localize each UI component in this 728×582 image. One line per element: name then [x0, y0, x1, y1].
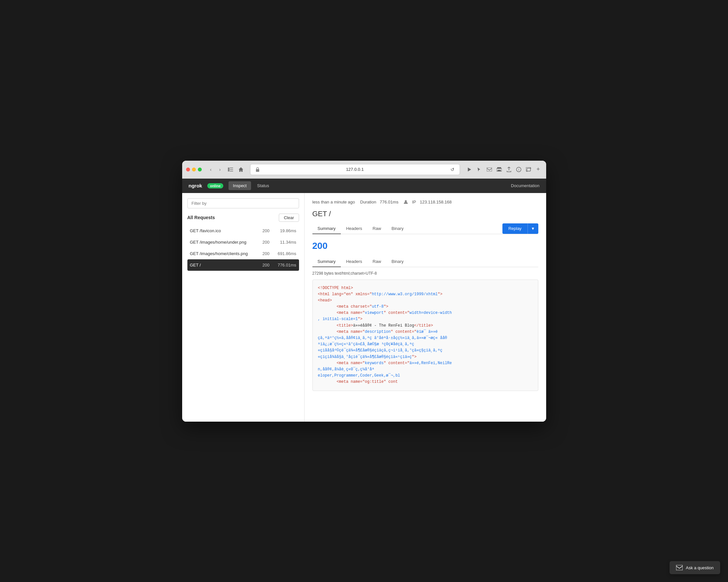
request-item-under-png[interactable]: GET /images/home/under.png 200 11.34ms	[187, 236, 299, 248]
browser-nav-icons	[237, 166, 245, 173]
fullscreen-button[interactable]	[198, 168, 202, 172]
request-tab-bar: Summary Headers Raw Binary Replay ▼	[312, 223, 538, 234]
meta-ip: IP 123.118.158.168	[404, 200, 451, 204]
minimize-button[interactable]	[192, 168, 196, 172]
browser-right-icons: i +	[486, 166, 542, 173]
response-tab-bar: Summary Headers Raw Binary	[312, 256, 538, 267]
code-block: <!DOCTYPE html> <html lang="en" xmlns="h…	[312, 280, 538, 391]
nav-inspect[interactable]: Inspect	[229, 181, 251, 190]
browser-toolbar-icons	[465, 166, 483, 173]
request-meta: less than a minute ago Duration 776.01ms…	[312, 200, 538, 204]
svg-rect-9	[497, 170, 501, 172]
request-item-root[interactable]: GET / 200 776.01ms	[187, 259, 299, 271]
code-meta-viewport: <meta name="	[337, 311, 365, 315]
svg-marker-5	[468, 168, 471, 172]
response-status: 200	[312, 241, 538, 251]
code-head-open: <head>	[318, 298, 332, 303]
code-meta-charset-val: utf-8	[372, 304, 384, 309]
replay-group: Replay ▼	[502, 223, 538, 234]
home-icon[interactable]	[237, 166, 245, 173]
new-tab-icon[interactable]: +	[535, 166, 542, 173]
svg-rect-2	[230, 169, 233, 170]
request-duration: 691.86ms	[274, 251, 296, 256]
code-html-open: <html lang="en" xmlns="	[318, 292, 372, 297]
nav-buttons: ‹ ›	[207, 166, 224, 173]
clear-button[interactable]: Clear	[279, 213, 299, 222]
sidebar-icon[interactable]	[227, 166, 234, 173]
ask-question-widget[interactable]: Ask a question	[670, 561, 720, 574]
ask-question-label: Ask a question	[686, 565, 713, 570]
request-path: GET /	[190, 262, 262, 268]
address-bar-container: ↺	[250, 164, 460, 175]
replay-dropdown-button[interactable]: ▼	[527, 223, 538, 234]
request-duration: 776.01ms	[274, 262, 296, 268]
all-requests-label: All Requests	[187, 215, 215, 220]
info-icon[interactable]: i	[515, 166, 523, 173]
svg-text:i: i	[518, 168, 519, 172]
close-button[interactable]	[186, 168, 190, 172]
request-item-favicon[interactable]: GET /favicon.ico 200 19.86ms	[187, 225, 299, 236]
tab-response-raw[interactable]: Raw	[367, 256, 386, 267]
tab-response-headers[interactable]: Headers	[341, 256, 367, 267]
ip-label: IP	[412, 200, 416, 204]
code-xmlns-url: http://www.w3.org/1999/xhtml	[372, 292, 438, 297]
tab-request-raw[interactable]: Raw	[367, 223, 386, 234]
mail-icon[interactable]	[486, 166, 493, 173]
app-nav: Inspect Status	[229, 181, 274, 190]
code-doctype: <!DOCTYPE html>	[318, 286, 353, 290]
reload-icon[interactable]: ↺	[448, 166, 457, 173]
browser-chrome: ‹ › ↺	[182, 161, 546, 179]
lock-icon[interactable]	[254, 166, 261, 173]
request-path: GET /images/home/clients.png	[190, 251, 262, 256]
filter-input[interactable]	[187, 198, 299, 208]
back-button[interactable]: ‹	[207, 166, 215, 173]
request-status: 200	[262, 251, 270, 256]
tab-response-summary[interactable]: Summary	[312, 256, 341, 267]
response-meta: 27298 bytes text/html;charset=UTF-8	[312, 271, 538, 276]
documentation-link[interactable]: Documentation	[511, 183, 539, 188]
request-status: 200	[262, 228, 270, 233]
tab-request-headers[interactable]: Headers	[341, 223, 367, 234]
request-item-clients-png[interactable]: GET /images/home/clients.png 200 691.86m…	[187, 248, 299, 259]
request-status: 200	[262, 262, 270, 268]
svg-rect-3	[230, 171, 233, 172]
svg-rect-12	[526, 167, 530, 171]
mail-icon	[676, 565, 683, 570]
tabs-icon[interactable]	[525, 166, 532, 173]
request-duration: 11.34ms	[274, 240, 296, 245]
browser-window: ‹ › ↺	[182, 161, 546, 422]
meta-duration: Duration 776.01ms	[360, 200, 398, 204]
share-icon[interactable]	[505, 166, 513, 173]
svg-rect-4	[256, 169, 259, 172]
code-viewport-val: viewport	[365, 311, 384, 315]
main-content: All Requests Clear GET /favicon.ico 200 …	[182, 193, 546, 422]
app-logo: ngrok	[189, 183, 202, 188]
forward-button[interactable]: ›	[216, 166, 224, 173]
left-panel: All Requests Clear GET /favicon.ico 200 …	[182, 193, 305, 422]
code-html-close: ">	[438, 292, 442, 297]
svg-rect-15	[676, 565, 683, 570]
request-status: 200	[262, 240, 270, 245]
meta-timestamp: less than a minute ago	[312, 200, 355, 204]
request-title: GET /	[312, 210, 538, 218]
requests-header: All Requests Clear	[187, 213, 299, 222]
duration-value: 776.01ms	[380, 200, 398, 204]
address-input[interactable]	[261, 167, 448, 172]
svg-rect-6	[487, 168, 492, 172]
tab-response-binary[interactable]: Binary	[386, 256, 409, 267]
replay-button[interactable]: Replay	[502, 223, 527, 234]
browser-sidebar-icons	[227, 166, 234, 173]
svg-rect-1	[230, 168, 233, 168]
code-meta-charset: <meta charset="	[337, 304, 372, 309]
right-panel: less than a minute ago Duration 776.01ms…	[305, 193, 546, 422]
play-icon[interactable]	[465, 166, 473, 173]
print-icon[interactable]	[495, 166, 503, 173]
request-list: GET /favicon.ico 200 19.86ms GET /images…	[187, 225, 299, 271]
cursor-icon[interactable]	[475, 166, 483, 173]
nav-status[interactable]: Status	[252, 181, 274, 190]
tab-request-summary[interactable]: Summary	[312, 223, 341, 234]
request-path: GET /favicon.ico	[190, 228, 262, 233]
svg-rect-0	[228, 168, 230, 172]
request-path: GET /images/home/under.png	[190, 240, 262, 245]
tab-request-binary[interactable]: Binary	[386, 223, 409, 234]
